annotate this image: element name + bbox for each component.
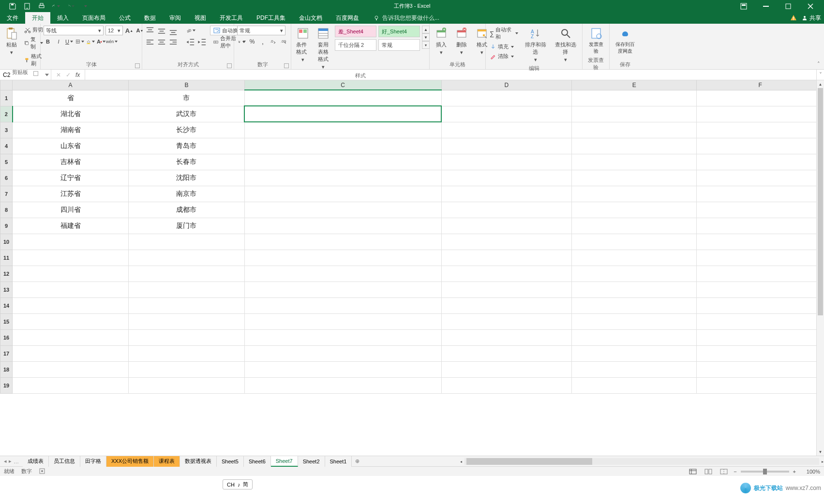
- cell-C9[interactable]: [244, 218, 441, 234]
- sheet-tab-数据透视表[interactable]: 数据透视表: [180, 456, 217, 467]
- row-header-2[interactable]: 2: [0, 106, 13, 122]
- ribbon-tab-视图[interactable]: 视图: [188, 12, 213, 24]
- cell-E16[interactable]: [572, 329, 697, 345]
- cell-B17[interactable]: [129, 345, 245, 361]
- row-header-15[interactable]: 15: [0, 313, 13, 329]
- font-color-button[interactable]: A: [97, 37, 105, 46]
- tab-scroll-right-icon[interactable]: ▸: [9, 458, 12, 464]
- increase-font-icon[interactable]: A▲: [125, 26, 134, 35]
- cell-B16[interactable]: [129, 329, 245, 345]
- cell-F1[interactable]: [697, 90, 824, 106]
- sheet-tab-员工信息[interactable]: 员工信息: [49, 456, 80, 467]
- cell-F18[interactable]: [697, 361, 824, 377]
- cell-C3[interactable]: [244, 122, 441, 138]
- minimize-icon[interactable]: [756, 0, 776, 12]
- cell-D17[interactable]: [441, 345, 572, 361]
- save-to-baidu-button[interactable]: 保存到百度网盘: [613, 26, 638, 56]
- style-good[interactable]: 好_Sheet4: [378, 26, 420, 37]
- zoom-level[interactable]: 100%: [800, 469, 820, 474]
- save-icon[interactable]: [9, 2, 16, 10]
- cell-B3[interactable]: 长沙市: [129, 122, 245, 138]
- cell-E17[interactable]: [572, 345, 697, 361]
- ribbon-tab-审阅[interactable]: 审阅: [163, 12, 188, 24]
- row-header-18[interactable]: 18: [0, 361, 13, 377]
- cell-F15[interactable]: [697, 313, 824, 329]
- cell-F14[interactable]: [697, 297, 824, 313]
- number-format-combo[interactable]: 常规▾: [237, 26, 285, 35]
- row-header-11[interactable]: 11: [0, 250, 13, 266]
- increase-decimal-icon[interactable]: .0: [269, 37, 278, 46]
- cell-A10[interactable]: [13, 234, 129, 250]
- normal-view-icon[interactable]: [687, 468, 699, 475]
- horizontal-scrollbar[interactable]: ◂ ▸: [464, 458, 819, 465]
- cell-E12[interactable]: [572, 266, 697, 282]
- cell-F8[interactable]: [697, 202, 824, 218]
- cell-A4[interactable]: 山东省: [13, 138, 129, 154]
- formula-input[interactable]: [85, 70, 816, 80]
- macro-record-icon[interactable]: [39, 468, 45, 475]
- sort-filter-button[interactable]: AZ排序和筛选▾: [522, 26, 549, 64]
- sheet-tab-Sheet2[interactable]: Sheet2: [298, 456, 325, 467]
- row-header-17[interactable]: 17: [0, 345, 13, 361]
- vertical-scrollbar[interactable]: ▲ ▼: [816, 80, 824, 456]
- ribbon-tab-PDF工具集[interactable]: PDF工具集: [250, 12, 292, 24]
- col-header-B[interactable]: B: [129, 80, 245, 90]
- cell-F19[interactable]: [697, 377, 824, 393]
- ribbon-tab-金山文档[interactable]: 金山文档: [292, 12, 329, 24]
- cell-E18[interactable]: [572, 361, 697, 377]
- touch-mode-icon[interactable]: [23, 2, 31, 10]
- cell-A1[interactable]: 省: [13, 90, 129, 106]
- name-box[interactable]: C2: [0, 70, 51, 80]
- page-layout-view-icon[interactable]: [703, 468, 714, 475]
- cell-C5[interactable]: [244, 154, 441, 170]
- ribbon-tab-页面布局[interactable]: 页面布局: [75, 12, 112, 24]
- style-comma[interactable]: 千位分隔 2: [335, 39, 376, 51]
- font-size-combo[interactable]: 12▾: [105, 26, 123, 35]
- cell-A2[interactable]: 湖北省: [13, 106, 129, 122]
- row-header-8[interactable]: 8: [0, 202, 13, 218]
- undo-icon[interactable]: [52, 2, 60, 10]
- cell-F3[interactable]: [697, 122, 824, 138]
- cell-B19[interactable]: [129, 377, 245, 393]
- name-box-dropdown-icon[interactable]: [45, 74, 49, 76]
- cell-A9[interactable]: 福建省: [13, 218, 129, 234]
- comma-format-icon[interactable]: ,: [258, 37, 267, 46]
- row-header-10[interactable]: 10: [0, 234, 13, 250]
- align-right-icon[interactable]: [168, 37, 178, 47]
- sheet-tab-成绩表[interactable]: 成绩表: [23, 456, 49, 467]
- zoom-in-button[interactable]: +: [793, 469, 796, 474]
- sheet-tab-Sheet6[interactable]: Sheet6: [244, 456, 271, 467]
- italic-button[interactable]: I: [54, 37, 63, 46]
- redo-icon[interactable]: [67, 2, 75, 10]
- cell-F10[interactable]: [697, 234, 824, 250]
- hscroll-left-icon[interactable]: ◂: [458, 458, 464, 465]
- cell-D10[interactable]: [441, 234, 572, 250]
- borders-button[interactable]: [75, 37, 84, 46]
- align-center-icon[interactable]: [157, 37, 166, 47]
- cell-A18[interactable]: [13, 361, 129, 377]
- cell-E6[interactable]: [572, 170, 697, 186]
- cell-C10[interactable]: [244, 234, 441, 250]
- cell-C18[interactable]: [244, 361, 441, 377]
- cell-B8[interactable]: 成都市: [129, 202, 245, 218]
- cell-D11[interactable]: [441, 250, 572, 266]
- cell-B6[interactable]: 沈阳市: [129, 170, 245, 186]
- cell-F7[interactable]: [697, 186, 824, 202]
- row-header-6[interactable]: 6: [0, 170, 13, 186]
- cell-A8[interactable]: 四川省: [13, 202, 129, 218]
- cell-E2[interactable]: [572, 106, 697, 122]
- row-header-4[interactable]: 4: [0, 138, 13, 154]
- cell-C15[interactable]: [244, 313, 441, 329]
- align-dialog-launcher[interactable]: [227, 63, 232, 68]
- invoice-check-button[interactable]: 发票查验: [585, 26, 606, 56]
- row-header-19[interactable]: 19: [0, 377, 13, 393]
- cell-C6[interactable]: [244, 170, 441, 186]
- number-dialog-launcher[interactable]: [284, 63, 289, 68]
- new-sheet-button[interactable]: ⊕: [352, 458, 362, 464]
- select-all-corner[interactable]: [0, 80, 13, 90]
- cell-F11[interactable]: [697, 250, 824, 266]
- scroll-down-icon[interactable]: ▼: [817, 448, 824, 456]
- cell-E4[interactable]: [572, 138, 697, 154]
- row-header-9[interactable]: 9: [0, 218, 13, 234]
- enter-formula-icon[interactable]: ✓: [66, 72, 71, 78]
